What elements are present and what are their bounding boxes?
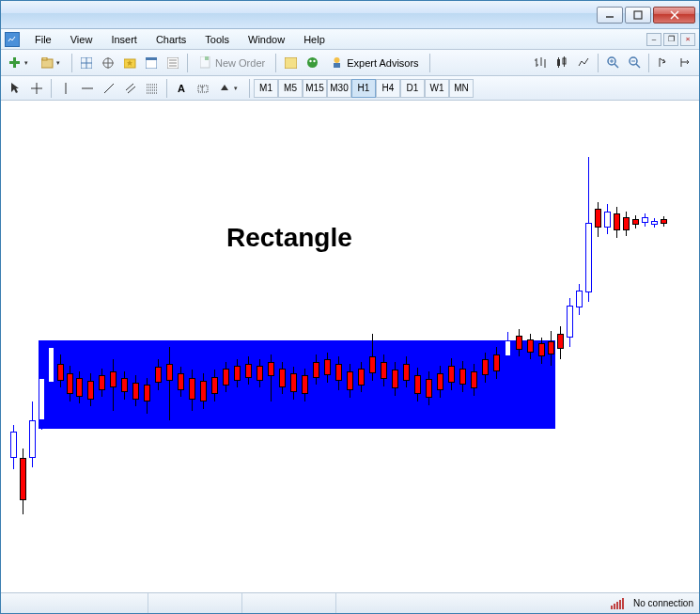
autotrading-button[interactable] <box>302 53 322 73</box>
toolbar-separator <box>249 79 250 98</box>
timeframe-h4[interactable]: H4 <box>376 79 400 98</box>
timeframe-m5[interactable]: M5 <box>278 79 303 98</box>
candle <box>121 371 128 400</box>
arrow-icon <box>657 56 670 70</box>
status-connection: No connection <box>611 598 693 609</box>
titlebar[interactable] <box>1 1 699 29</box>
fibonacci-button[interactable] <box>142 78 163 99</box>
mdi-minimize-button[interactable]: – <box>646 33 661 46</box>
candle <box>313 354 319 385</box>
toolbar-separator <box>598 54 599 72</box>
chart-area[interactable]: Rectangle <box>1 101 699 592</box>
candle <box>651 218 658 228</box>
expert-advisors-button[interactable]: Expert Advisors <box>323 53 425 73</box>
svg-rect-1 <box>634 11 642 19</box>
candle <box>110 359 117 411</box>
timeframe-m30[interactable]: M30 <box>327 79 351 98</box>
menubar: File View Insert Charts Tools Window Hel… <box>1 29 699 50</box>
equidistant-button[interactable] <box>120 78 141 99</box>
data-window-button[interactable] <box>98 53 118 73</box>
candle <box>482 353 489 383</box>
folder-star-icon <box>123 56 136 70</box>
close-button[interactable] <box>653 7 695 24</box>
timeframe-mn[interactable]: MN <box>449 79 474 98</box>
label-button[interactable]: T <box>193 78 213 99</box>
candle <box>471 364 477 396</box>
metaeditor-button[interactable] <box>280 53 301 73</box>
mdi-restore-button[interactable]: ❐ <box>663 33 678 46</box>
crosshair-button[interactable] <box>26 78 47 99</box>
zoom-out-button[interactable] <box>624 53 645 73</box>
candle <box>623 212 630 236</box>
channel-icon <box>124 82 137 95</box>
label-icon: T <box>196 82 210 95</box>
candle <box>234 359 241 387</box>
zoom-in-icon <box>606 56 619 70</box>
candle <box>245 356 252 385</box>
candle <box>448 358 455 390</box>
candle <box>39 369 45 430</box>
mdi-close-button[interactable]: × <box>680 33 695 46</box>
zoom-in-button[interactable] <box>602 53 623 73</box>
menu-view[interactable]: View <box>61 32 102 47</box>
profiles-button[interactable]: ▾ <box>37 53 68 73</box>
mdi-controls: – ❐ × <box>646 33 695 46</box>
expert-advisors-label: Expert Advisors <box>347 57 418 69</box>
window-controls <box>597 7 695 24</box>
candle <box>268 354 274 401</box>
menu-tools[interactable]: Tools <box>195 32 239 47</box>
candle-chart-button[interactable] <box>552 53 572 73</box>
menu-file[interactable]: File <box>25 32 61 47</box>
menu-insert[interactable]: Insert <box>101 32 147 47</box>
candle <box>358 362 365 392</box>
toolbar-separator <box>275 54 276 72</box>
text-icon: A <box>175 82 188 95</box>
toolbar-separator <box>648 54 649 72</box>
market-watch-button[interactable] <box>76 53 97 73</box>
timeframe-d1[interactable]: D1 <box>400 79 425 98</box>
candle <box>211 370 218 401</box>
timeframe-w1[interactable]: W1 <box>425 79 449 98</box>
menu-window[interactable]: Window <box>239 32 294 47</box>
timeframe-h1[interactable]: H1 <box>351 79 376 98</box>
line-chart-button[interactable] <box>573 53 594 73</box>
vertical-line-button[interactable] <box>55 78 76 99</box>
crosshair-tool-icon <box>30 82 43 95</box>
new-chart-button[interactable]: ▾ <box>5 53 36 73</box>
candle <box>99 369 105 397</box>
candle <box>189 370 195 411</box>
toolbar-separator <box>429 54 430 72</box>
status-cell <box>241 593 335 613</box>
menu-help[interactable]: Help <box>294 32 334 47</box>
menu-charts[interactable]: Charts <box>147 32 195 47</box>
timeframe-m15[interactable]: M15 <box>303 79 327 98</box>
cursor-button[interactable] <box>5 78 25 99</box>
status-cell <box>7 593 148 613</box>
expert-icon <box>330 56 343 70</box>
candle <box>166 347 173 420</box>
navigator-button[interactable] <box>119 53 140 73</box>
statusbar: No connection <box>1 592 699 613</box>
svg-line-44 <box>636 64 640 68</box>
candle <box>223 362 229 392</box>
tester-button[interactable] <box>163 53 183 73</box>
terminal-button[interactable] <box>141 53 162 73</box>
new-order-label: New Order <box>215 57 265 69</box>
candle <box>595 202 601 237</box>
horizontal-line-button[interactable] <box>77 78 98 99</box>
candle <box>632 215 639 228</box>
line-icon <box>577 56 590 70</box>
maximize-button[interactable] <box>625 7 651 24</box>
chart-shift-button[interactable] <box>675 53 695 73</box>
chart-annotation-text[interactable]: Rectangle <box>226 223 352 253</box>
candle <box>437 366 443 398</box>
arrows-button[interactable]: ▾ <box>214 78 245 99</box>
auto-scroll-button[interactable] <box>653 53 674 73</box>
candle <box>155 359 162 390</box>
candle <box>67 366 73 401</box>
text-button[interactable]: A <box>171 78 192 99</box>
bar-chart-button[interactable] <box>530 53 551 73</box>
trendline-button[interactable] <box>99 78 119 99</box>
minimize-button[interactable] <box>597 7 623 24</box>
timeframe-m1[interactable]: M1 <box>254 79 278 98</box>
